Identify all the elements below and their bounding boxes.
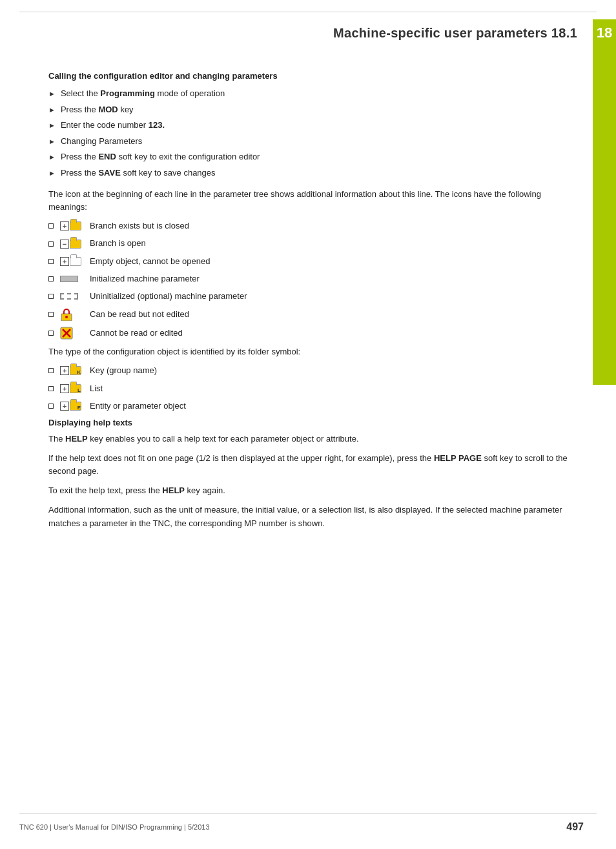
list-item-text: Select the Programming mode of operation <box>61 87 225 100</box>
icon-label-branch-open: Branch is open <box>90 238 146 249</box>
icon-row-branch-open: − Branch is open <box>48 238 571 249</box>
icon-label-uninitialized: Uninitialized (optional) machine paramet… <box>90 291 247 302</box>
help-para1: The HELP key enables you to call a help … <box>48 433 571 445</box>
bullet-arrow: ► <box>48 136 56 147</box>
icon-area <box>60 276 90 282</box>
icon-area: + L <box>60 384 90 393</box>
empty-folder-icon <box>70 257 81 266</box>
page-header: Machine-specific user parameters 18.1 <box>19 26 577 41</box>
icon-area <box>60 327 90 340</box>
bullet-list: ► Select the Programming mode of operati… <box>48 87 571 179</box>
icon-label-entity: Entity or parameter object <box>90 400 186 412</box>
folder-open-icon <box>70 240 81 249</box>
icon-area <box>60 308 90 321</box>
initialized-icon <box>60 276 78 282</box>
list-item-text: Changing Parameters <box>61 135 142 148</box>
icon-row-list: + L List <box>48 383 571 394</box>
icon-row-initialized: Initialized machine parameter <box>48 273 571 285</box>
icon-area: + <box>60 221 90 230</box>
bold-save: SAVE <box>98 168 120 178</box>
icon-label-initialized: Initialized machine parameter <box>90 273 200 285</box>
footer-left: TNC 620 | User's Manual for DIN/ISO Prog… <box>19 823 210 831</box>
bold-help2: HELP <box>162 486 185 495</box>
icon-row-key: + K Key (group name) <box>48 365 571 376</box>
icon-area: + K <box>60 366 90 375</box>
icon-square-bullet <box>48 259 54 264</box>
bold-programming: Programming <box>100 88 155 98</box>
minus-box-icon: − <box>60 240 69 249</box>
icon-area: + E <box>60 402 90 411</box>
chapter-tab: 18 <box>593 19 616 385</box>
bold-help: HELP <box>65 434 88 444</box>
icon-square-bullet <box>48 386 54 391</box>
list-item: ► Select the Programming mode of operati… <box>48 87 571 100</box>
icon-label-key: Key (group name) <box>90 365 157 376</box>
list-item: ► Press the END soft key to exit the con… <box>48 150 571 163</box>
icon-label-branch-closed: Branch exists but is closed <box>90 220 189 232</box>
bullet-arrow: ► <box>48 120 56 131</box>
icon-area: − <box>60 240 90 249</box>
list-item: ► Press the SAVE soft key to save change… <box>48 167 571 179</box>
top-border <box>19 12 597 12</box>
list-item-text: Press the END soft key to exit the confi… <box>61 150 260 163</box>
entity-folder-icon: + E <box>60 402 81 411</box>
icon-label-read-only: Can be read but not edited <box>90 309 189 320</box>
folder-type-list: + K Key (group name) + <box>48 365 571 412</box>
lock-icon <box>60 308 73 321</box>
icon-square-bullet <box>48 331 54 336</box>
icon-row-entity: + E Entity or parameter object <box>48 400 571 412</box>
folder-list-wrap: L <box>70 384 81 393</box>
bullet-arrow: ► <box>48 105 56 116</box>
footer-right: 497 <box>566 821 584 833</box>
icon-square-bullet <box>48 404 54 409</box>
bullet-arrow: ► <box>48 168 56 179</box>
bold-help-page: HELP PAGE <box>434 453 482 463</box>
icon-square-bullet <box>48 223 54 229</box>
page-container: 18 Machine-specific user parameters 18.1… <box>0 0 616 849</box>
icon-square-bullet <box>48 312 54 317</box>
x-icon <box>60 327 73 340</box>
help-para4: Additional information, such as the unit… <box>48 504 571 529</box>
folder-key-letter: K <box>77 370 81 375</box>
list-item: ► Changing Parameters <box>48 135 571 148</box>
icon-label-list: List <box>90 383 103 394</box>
icon-square-bullet <box>48 241 54 247</box>
folder-entity-letter: E <box>77 405 81 411</box>
icon-label-empty-object: Empty object, cannot be opened <box>90 256 210 267</box>
plus-box-icon: + <box>60 384 69 393</box>
uninitialized-icon <box>60 293 78 300</box>
icon-row-no-access: Cannot be read or edited <box>48 327 571 340</box>
plus-box-icon: + <box>60 366 69 375</box>
plus-box-icon: + <box>60 402 69 411</box>
branch-closed-icon: + <box>60 221 81 230</box>
icon-list-container: + Branch exists but is closed − Branch i… <box>48 220 571 340</box>
icon-row-branch-closed: + Branch exists but is closed <box>48 220 571 232</box>
help-para2: If the help text does not fit on one pag… <box>48 452 571 478</box>
icon-row-read-only: Can be read but not edited <box>48 308 571 321</box>
bullet-arrow: ► <box>48 152 56 163</box>
empty-object-icon: + <box>60 257 81 266</box>
section2-heading: Displaying help texts <box>48 418 571 427</box>
folder-entity-wrap: E <box>70 402 81 411</box>
list-item: ► Press the MOD key <box>48 103 571 116</box>
main-content: Calling the configuration editor and cha… <box>48 71 571 797</box>
icon-area <box>60 293 90 300</box>
folder-list-letter: L <box>77 388 81 393</box>
icon-label-no-access: Cannot be read or edited <box>90 327 183 339</box>
bold-end: END <box>98 152 116 161</box>
list-item-text: Enter the code number 123. <box>61 119 165 132</box>
folder-key-wrap: K <box>70 366 81 375</box>
para2: The type of the configuration object is … <box>48 345 571 358</box>
bottom-border <box>19 813 597 813</box>
bold-123: 123. <box>149 120 165 130</box>
list-item-text: Press the SAVE soft key to save changes <box>61 167 216 179</box>
svg-point-1 <box>65 316 68 318</box>
branch-open-icon: − <box>60 240 81 249</box>
key-folder-icon: + K <box>60 366 81 375</box>
folder-closed-icon <box>70 221 81 230</box>
icon-square-bullet <box>48 294 54 299</box>
list-item: ► Enter the code number 123. <box>48 119 571 132</box>
para1: The icon at the beginning of each line i… <box>48 188 571 214</box>
plus-box-icon: + <box>60 221 69 230</box>
list-folder-icon: + L <box>60 384 81 393</box>
